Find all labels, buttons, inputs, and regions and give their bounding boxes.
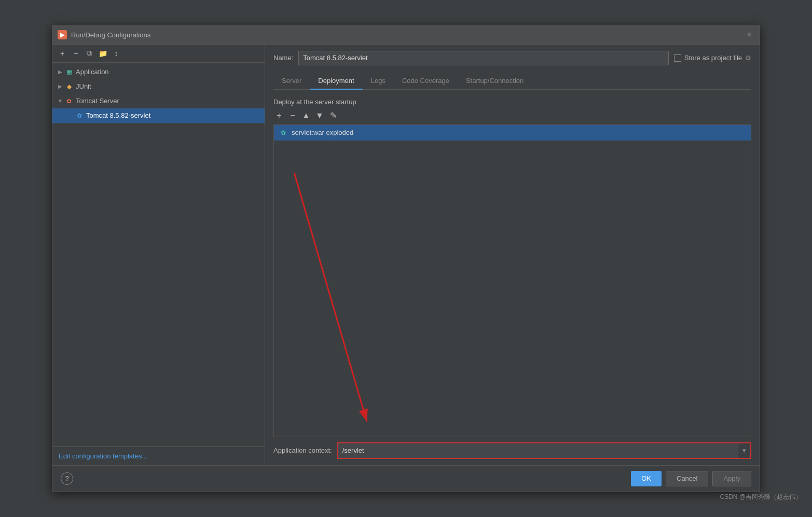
tab-deployment[interactable]: Deployment bbox=[310, 74, 362, 90]
tree-item-label-junit: JUnit bbox=[76, 82, 91, 90]
store-project-checkbox[interactable] bbox=[674, 54, 681, 62]
tab-logs[interactable]: Logs bbox=[363, 74, 394, 90]
footer-left: ? bbox=[61, 472, 627, 485]
app-icon: ▶ bbox=[58, 30, 67, 39]
dialog-footer: ? OK Cancel Apply bbox=[52, 465, 760, 492]
name-label: Name: bbox=[273, 54, 293, 62]
junit-icon: ◆ bbox=[65, 82, 73, 91]
title-bar: ▶ Run/Debug Configurations × bbox=[52, 26, 760, 45]
deploy-down-button[interactable]: ▼ bbox=[314, 110, 325, 121]
chevron-right-icon: ▶ bbox=[57, 68, 64, 76]
main-content: + − ⧉ 📁 ↕ ▶ ▦ Application ▶ ◆ JUnit bbox=[52, 45, 760, 465]
gear-icon[interactable]: ⚙ bbox=[745, 54, 751, 62]
watermark: CSDN @吉冈秀隆（赵志伟） bbox=[720, 493, 802, 501]
bottom-section: Application context: ▾ bbox=[273, 437, 751, 459]
tree-item-application[interactable]: ▶ ▦ Application bbox=[52, 65, 265, 79]
close-button[interactable]: × bbox=[744, 30, 754, 40]
edit-templates-link[interactable]: Edit configuration templates... bbox=[59, 452, 147, 460]
deploy-item-label: servlet:war exploded bbox=[292, 129, 353, 136]
deploy-edit-button[interactable]: ✎ bbox=[327, 110, 339, 121]
store-project-label: Store as project file bbox=[684, 54, 742, 62]
tabs-row: Server Deployment Logs Code Coverage Sta… bbox=[273, 74, 751, 90]
config-tree: ▶ ▦ Application ▶ ◆ JUnit ▼ ✿ Tomcat Ser… bbox=[52, 63, 265, 446]
left-toolbar: + − ⧉ 📁 ↕ bbox=[52, 45, 265, 63]
apply-button[interactable]: Apply bbox=[712, 471, 751, 486]
chevron-right-icon-junit: ▶ bbox=[57, 83, 64, 90]
application-icon: ▦ bbox=[65, 68, 73, 76]
right-panel: Name: Store as project file ⚙ Server Dep… bbox=[265, 45, 760, 465]
dialog-title: Run/Debug Configurations bbox=[71, 31, 744, 39]
spacer-icon bbox=[67, 112, 74, 119]
app-context-dropdown[interactable]: ▾ bbox=[738, 443, 750, 458]
deploy-toolbar: + − ▲ ▼ ✎ bbox=[273, 110, 751, 121]
deploy-up-button[interactable]: ▲ bbox=[300, 110, 312, 121]
deploy-remove-button[interactable]: − bbox=[287, 110, 298, 121]
copy-config-button[interactable]: ⧉ bbox=[84, 48, 95, 59]
add-config-button[interactable]: + bbox=[57, 48, 68, 59]
war-exploded-icon: ✿ bbox=[279, 129, 287, 137]
tomcat-icon: ✿ bbox=[65, 97, 73, 105]
deploy-add-button[interactable]: + bbox=[273, 110, 285, 121]
run-debug-dialog: ▶ Run/Debug Configurations × + − ⧉ 📁 ↕ ▶… bbox=[52, 25, 760, 492]
tab-server[interactable]: Server bbox=[273, 74, 310, 90]
help-button[interactable]: ? bbox=[61, 472, 73, 485]
tree-item-junit[interactable]: ▶ ◆ JUnit bbox=[52, 79, 265, 94]
app-context-label: Application context: bbox=[273, 446, 332, 454]
tree-item-label-tomcat-config: Tomcat 8.5.82-servlet bbox=[86, 111, 150, 119]
tree-item-label-application: Application bbox=[76, 68, 109, 76]
folder-config-button[interactable]: 📁 bbox=[97, 48, 108, 59]
tab-startup-connection[interactable]: Startup/Connection bbox=[458, 74, 532, 90]
deployment-section: Deploy at the server startup + − ▲ ▼ ✎ ✿… bbox=[273, 98, 751, 459]
deploy-title: Deploy at the server startup bbox=[273, 98, 751, 106]
chevron-down-icon-tomcat: ▼ bbox=[57, 97, 64, 105]
sort-config-button[interactable]: ↕ bbox=[111, 48, 122, 59]
remove-config-button[interactable]: − bbox=[70, 48, 81, 59]
config-icon: ✿ bbox=[75, 111, 84, 120]
app-context-input-wrap: ▾ bbox=[337, 442, 751, 459]
deploy-list-item[interactable]: ✿ servlet:war exploded bbox=[274, 125, 751, 141]
left-bottom: Edit configuration templates... bbox=[52, 446, 265, 465]
name-input[interactable] bbox=[298, 51, 668, 65]
tab-code-coverage[interactable]: Code Coverage bbox=[394, 74, 458, 90]
deploy-list: ✿ servlet:war exploded bbox=[273, 124, 751, 437]
ok-button[interactable]: OK bbox=[631, 471, 662, 486]
name-row: Name: Store as project file ⚙ bbox=[273, 51, 751, 65]
app-context-input[interactable] bbox=[338, 443, 738, 458]
tree-item-tomcat-server[interactable]: ▼ ✿ Tomcat Server bbox=[52, 94, 265, 108]
left-panel: + − ⧉ 📁 ↕ ▶ ▦ Application ▶ ◆ JUnit bbox=[52, 45, 265, 465]
tree-item-label-tomcat-server: Tomcat Server bbox=[76, 97, 119, 105]
tree-item-tomcat-config[interactable]: ✿ Tomcat 8.5.82-servlet bbox=[52, 108, 265, 123]
cancel-button[interactable]: Cancel bbox=[666, 471, 708, 486]
store-project-section: Store as project file ⚙ bbox=[674, 54, 751, 62]
